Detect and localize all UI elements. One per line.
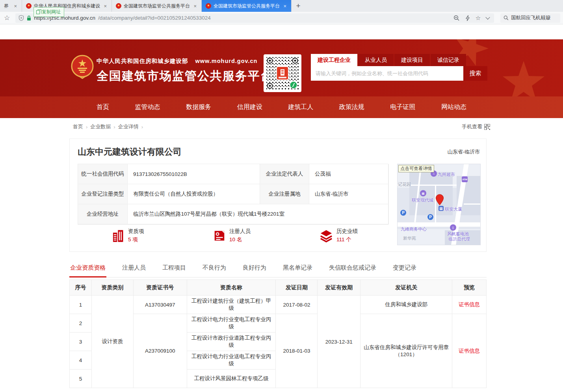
browser-toolbar: ☆ https://jzsc.mohurd.gov.cn/data/compan… (0, 12, 563, 24)
authority-line: 山东省住房和城乡建设厅许可专用章 (363, 344, 450, 351)
national-emblem-icon (71, 55, 94, 79)
breadcrumb-home[interactable]: 首页 (73, 123, 83, 130)
location-map[interactable]: 点击可查看详情 ⌂ 九州超市 ATM 记花园 ▦ 联安现代城 ▦ 联安大厦 P … (397, 164, 481, 245)
site-brand: 中华人民共和国住房和城乡建设部www.mohurd.gov.cn 全国建筑市场监… (97, 57, 273, 84)
nav-item-data[interactable]: 数据服务 (186, 103, 211, 111)
emblem-favicon-icon (26, 3, 32, 9)
search-category-tabs: 建设工程企业 从业人员 建设项目 诚信记录 (311, 54, 487, 66)
search-tab-project[interactable]: 建设项目 (394, 54, 430, 66)
company-card: 山东中元建筑设计有限公司 山东省-临沂市 统一社会信用代码 9137130267… (69, 139, 487, 252)
nav-item-policy[interactable]: 政策法规 (339, 103, 364, 111)
category-cell: 设计资质 (91, 296, 133, 388)
certificate-info-link[interactable]: 证书信息 (452, 314, 487, 388)
certificate-stat-icon (213, 229, 226, 242)
parking-icon: P (400, 210, 406, 216)
mobile-view-label: 手机查看 (462, 123, 482, 130)
qual-name-cell: 工程设计电力行业送电工程专业丙级 (187, 351, 276, 370)
table-header-row: 序号 资质类别 资质证书号 资质名称 发证日期 发证有效期 发证机关 预览 (70, 280, 487, 296)
tab-dishonesty[interactable]: 失信联合惩戒记录 (328, 262, 377, 277)
tab-change-records[interactable]: 变更记录 (392, 262, 417, 277)
tab-registered-personnel[interactable]: 注册人员 (121, 262, 147, 277)
copy-icon (36, 10, 40, 14)
address-bar[interactable]: https://jzsc.mohurd.gov.cn/data/company/… (15, 13, 494, 23)
tab-bad-behavior[interactable]: 不良行为 (202, 262, 227, 277)
new-tab-button[interactable]: + (292, 0, 305, 12)
seq-cell: 1 (70, 296, 92, 314)
search-icon (504, 15, 509, 20)
field-label: 统一社会信用代码 (78, 164, 128, 184)
browser-tab-active[interactable]: 全国建筑市场监管公共服务平台 × (202, 0, 292, 12)
breadcrumb-data[interactable]: 企业数据 (90, 123, 111, 130)
stat-value: 111 个 (336, 236, 358, 243)
search-tab-personnel[interactable]: 从业人员 (358, 54, 394, 66)
atm-icon: ATM (462, 176, 468, 182)
tab-qualifications[interactable]: 企业资质资格 (69, 262, 106, 277)
search-tab-enterprise[interactable]: 建设工程企业 (311, 54, 357, 66)
browser-tab-0[interactable]: 界 × (0, 0, 22, 12)
quick-search-box[interactable]: 国航回应飞机颠簸 (500, 13, 560, 23)
reg-region-value: 山东省-临沂市 (309, 184, 389, 204)
nav-item-credit[interactable]: 信用建设 (237, 103, 262, 111)
search-tab-credit[interactable]: 诚信记录 (431, 54, 466, 66)
close-icon[interactable]: × (193, 3, 197, 9)
search-button[interactable]: 搜索 (463, 66, 487, 81)
tab-blacklist[interactable]: 黑名单记录 (282, 262, 313, 277)
copy-url-label: 复制网址 (42, 9, 61, 15)
shield-icon[interactable] (19, 15, 24, 21)
zoom-out-icon[interactable] (453, 15, 460, 21)
map-tooltip: 点击可查看详情 (398, 165, 434, 172)
company-name: 山东中元建筑设计有限公司 (78, 146, 182, 158)
chevron-down-icon[interactable] (486, 15, 490, 19)
company-stats: 资质项 5 项 注册人员 10 名 (78, 228, 388, 248)
company-region: 山东省-临沂市 (448, 148, 480, 155)
stat-label: 注册人员 (229, 228, 251, 235)
quick-search-text[interactable]: 国航回应飞机颠簸 (511, 15, 550, 21)
platform-title: 全国建筑市场监管公共服务平台 (97, 68, 273, 84)
seq-cell: 3 (70, 333, 92, 351)
nav-item-supervision[interactable]: 监管动态 (135, 103, 160, 111)
bookmark-star-icon[interactable]: ☆ (4, 14, 10, 22)
nav-item-workers[interactable]: 建筑工人 (288, 103, 313, 111)
col-header: 资质名称 (187, 280, 276, 296)
layers-stat-icon (320, 229, 333, 242)
close-icon[interactable]: × (103, 3, 108, 9)
credit-code-value: 91371302675501022B (128, 164, 260, 184)
close-icon[interactable]: × (13, 3, 18, 9)
stat-registered-personnel[interactable]: 注册人员 10 名 (213, 228, 251, 243)
field-label: 企业注册属地 (260, 184, 309, 204)
search-input[interactable] (311, 66, 463, 81)
table-row: 1 设计资质 A137030497 工程设计建筑行业（建筑工程）甲级 2017-… (70, 296, 487, 314)
certificate-info-link[interactable]: 证书信息 (452, 296, 487, 314)
company-info-table: 统一社会信用代码 91371302675501022B 企业法定代表人 公茂福 … (78, 164, 388, 225)
mobile-view[interactable]: 手机查看 (462, 123, 490, 130)
tab-projects[interactable]: 工程项目 (162, 262, 187, 277)
url-path[interactable]: /data/company/detail?id=0021052912405330… (98, 15, 211, 21)
authority-cell: 住房和城乡建设部 (360, 296, 452, 314)
cert-no-cell: A237009100 (133, 314, 187, 388)
cert-no-cell: A137030497 (133, 296, 187, 314)
seq-cell: 4 (70, 351, 92, 370)
copy-url-tooltip: 复制网址 (33, 7, 64, 17)
stat-history-performance[interactable]: 历史业绩 111 个 (320, 228, 358, 243)
browser-tab-2[interactable]: 全国建筑市场监管公共服务平台 × (112, 0, 202, 12)
map-label-supermarket: 九州超市 (438, 172, 455, 178)
emblem-favicon-icon (116, 3, 121, 9)
lightning-icon[interactable] (465, 15, 470, 21)
qual-name-cell: 工程设计市政行业道路工程专业丙级 (187, 333, 276, 351)
main-nav: 首页 监管动态 数据服务 信用建设 建筑工人 政策法规 电子证照 网站动态 (0, 96, 563, 118)
close-icon[interactable]: × (282, 3, 287, 9)
favorite-star-icon[interactable]: ☆ (476, 15, 481, 21)
nav-item-home[interactable]: 首页 (97, 103, 109, 111)
tab-good-behavior[interactable]: 良好行为 (242, 262, 267, 277)
tab-title: 界 (4, 3, 11, 9)
tower-poi-icon: ▦ (439, 206, 444, 211)
map-label-xinhua: 新华苑 (403, 235, 416, 241)
tab-title: 全国建筑市场监管公共服务平台 (124, 3, 190, 9)
col-header: 序号 (70, 280, 92, 296)
field-label: 企业经营地址 (78, 204, 128, 224)
stat-qualifications[interactable]: 资质项 5 项 (112, 228, 144, 243)
detail-tabs: 企业资质资格 注册人员 工程项目 不良行为 良好行为 黑名单记录 失信联合惩戒记… (69, 262, 487, 277)
breadcrumb-detail[interactable]: 企业详情 (118, 123, 139, 130)
nav-item-news[interactable]: 网站动态 (441, 103, 466, 111)
nav-item-license[interactable]: 电子证照 (390, 103, 415, 111)
